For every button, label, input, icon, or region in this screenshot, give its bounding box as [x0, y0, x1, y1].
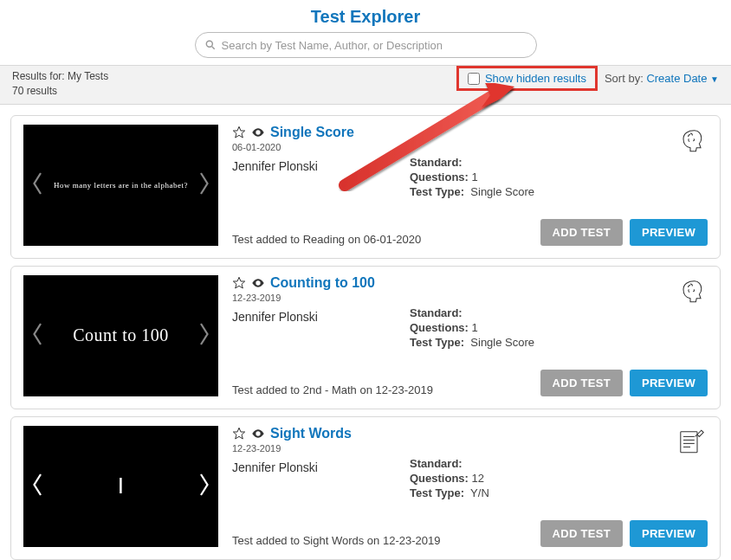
svg-point-5 — [257, 131, 260, 133]
eye-icon[interactable] — [251, 126, 265, 139]
svg-marker-6 — [233, 277, 244, 288]
eye-icon[interactable] — [251, 276, 265, 290]
test-date: 12-23-2019 — [232, 293, 708, 303]
test-thumbnail: How many letters are in the alphabet? — [23, 125, 218, 246]
results-bar: Results for: My Tests 70 results Show hi… — [0, 65, 731, 105]
results-count: 70 results — [12, 84, 108, 99]
search-wrap — [0, 32, 731, 65]
add-test-button[interactable]: ADD TEST — [540, 219, 623, 246]
thumb-next[interactable] — [196, 472, 211, 501]
svg-rect-10 — [681, 431, 697, 452]
test-title-link[interactable]: Sight Words — [270, 426, 352, 441]
svg-marker-8 — [233, 428, 244, 439]
test-meta: Standard: Questions: 12 Test Type: Y/N — [410, 457, 489, 501]
sort-by: Sort by: Create Date ▼ — [605, 72, 719, 85]
brain-icon — [676, 277, 704, 307]
show-hidden-label[interactable]: Show hidden results — [485, 72, 586, 85]
test-meta: Standard: Questions: 1 Test Type: Single… — [410, 306, 534, 351]
test-thumbnail: Count to 100 — [23, 275, 218, 396]
thumb-text: I — [46, 473, 196, 499]
results-for-label: Results for: My Tests — [12, 69, 108, 84]
star-icon[interactable] — [232, 276, 246, 290]
preview-button[interactable]: PREVIEW — [630, 219, 708, 246]
show-hidden-results-box: Show hidden results — [456, 66, 598, 91]
test-title-link[interactable]: Counting to 100 — [270, 275, 375, 291]
thumb-prev[interactable] — [30, 171, 46, 200]
test-title-link[interactable]: Single Score — [270, 125, 354, 140]
thumb-next[interactable] — [196, 171, 211, 200]
sort-by-value[interactable]: Create Date ▼ — [646, 72, 719, 85]
add-test-button[interactable]: ADD TEST — [540, 370, 623, 396]
search-input[interactable] — [222, 39, 527, 52]
page-title: Test Explorer — [0, 0, 731, 32]
search-box[interactable] — [195, 32, 537, 58]
test-meta: Standard: Questions: 1 Test Type: Single… — [410, 156, 534, 200]
thumb-text: Count to 100 — [46, 325, 196, 345]
thumb-prev[interactable] — [30, 321, 46, 351]
preview-button[interactable]: PREVIEW — [630, 520, 708, 547]
svg-point-9 — [257, 432, 260, 434]
worksheet-icon — [676, 428, 704, 458]
thumb-text: How many letters are in the alphabet? — [46, 181, 196, 190]
add-test-button[interactable]: ADD TEST — [540, 520, 623, 547]
svg-point-7 — [257, 281, 260, 284]
search-icon — [204, 39, 217, 51]
test-cards: How many letters are in the alphabet? Si… — [0, 105, 731, 560]
thumb-prev[interactable] — [30, 472, 46, 501]
test-card: How many letters are in the alphabet? Si… — [10, 115, 721, 259]
star-icon[interactable] — [232, 427, 246, 441]
show-hidden-checkbox[interactable] — [468, 73, 480, 85]
star-icon[interactable] — [232, 126, 246, 139]
caret-down-icon: ▼ — [710, 74, 719, 84]
svg-marker-4 — [233, 126, 244, 138]
svg-point-0 — [206, 41, 212, 47]
test-card: I Sight Words 12-23-2019 Jennifer Plonsk… — [10, 416, 721, 560]
test-thumbnail: I — [23, 426, 218, 547]
test-date: 12-23-2019 — [232, 443, 708, 454]
preview-button[interactable]: PREVIEW — [630, 370, 708, 396]
eye-icon[interactable] — [251, 427, 265, 441]
test-card: Count to 100 Counting to 100 12-23-2019 … — [10, 266, 721, 409]
svg-line-1 — [211, 47, 214, 49]
brain-icon — [676, 126, 704, 157]
test-date: 06-01-2020 — [232, 142, 708, 152]
thumb-next[interactable] — [196, 321, 211, 351]
sort-by-label: Sort by: — [605, 72, 644, 85]
